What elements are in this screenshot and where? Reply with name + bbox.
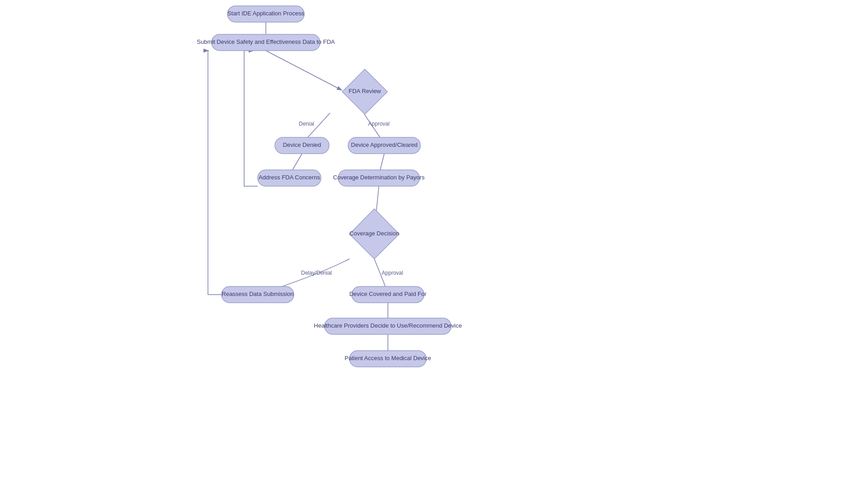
coverage-determination-label: Coverage Determination by Payors <box>333 174 425 181</box>
denial-label-text: Denial <box>299 121 314 127</box>
flowchart-container: Denial Approval Delay/Denial Approval St… <box>0 0 868 488</box>
device-covered-label: Device Covered and Paid For <box>349 291 427 297</box>
coverage-decision-label: Coverage Decision <box>349 230 399 237</box>
device-denied-label: Device Denied <box>283 141 321 148</box>
patient-access-label: Patient Access to Medical Device <box>344 355 431 361</box>
start-label: Start IDE Application Process <box>227 10 304 17</box>
svg-line-2 <box>266 51 342 90</box>
approval-fda-label: Approval <box>368 121 389 127</box>
fda-review-label: FDA Review <box>349 88 381 94</box>
delay-denial-label: Delay/Denial <box>301 270 332 276</box>
reassess-label: Reassess Data Submission <box>222 291 294 297</box>
address-fda-label: Address FDA Concerns <box>259 174 320 181</box>
submit-label: Submit Device Safety and Effectiveness D… <box>197 38 335 45</box>
healthcare-providers-label: Healthcare Providers Decide to Use/Recom… <box>314 322 462 329</box>
approval-coverage-label: Approval <box>382 270 403 276</box>
device-approved-label: Device Approved/Cleared <box>351 141 417 148</box>
